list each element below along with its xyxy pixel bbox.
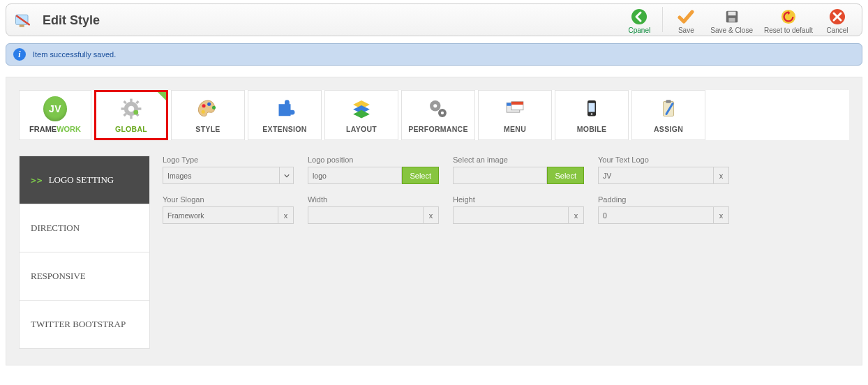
svg-rect-15 <box>135 100 139 104</box>
svg-point-18 <box>133 110 138 115</box>
svg-point-17 <box>128 106 135 112</box>
tab-menu[interactable]: MENU <box>478 90 552 140</box>
padding-clear-button[interactable]: x <box>714 206 729 224</box>
field-padding: Padding 0 x <box>598 195 729 224</box>
save-close-button[interactable]: Save & Close <box>706 7 757 34</box>
main-panel: JV FRAMEWORK GLOBAL STYLE EXTENSION <box>6 77 862 365</box>
window-icon <box>503 97 527 121</box>
tab-global[interactable]: GLOBAL <box>94 90 168 140</box>
padding-input[interactable]: 0 <box>598 206 714 224</box>
svg-point-29 <box>441 112 444 114</box>
field-width: Width x <box>308 195 439 224</box>
slogan-input[interactable]: Framework <box>163 206 278 224</box>
svg-point-36 <box>591 113 593 115</box>
info-message: Item successfully saved. <box>33 50 116 59</box>
sidebar-item-twitter-bootstrap[interactable]: TWITTER BOOTSTRAP <box>19 300 150 349</box>
field-select-image: Select an image Select <box>453 156 584 184</box>
height-input[interactable] <box>453 206 569 224</box>
svg-point-20 <box>207 103 211 106</box>
puzzle-icon <box>273 97 297 121</box>
tab-assign[interactable]: ASSIGN <box>631 90 705 140</box>
toolbar: Edit Style Cpanel Save Save & Close Re <box>6 3 862 36</box>
cancel-button[interactable]: Cancel <box>820 7 855 34</box>
svg-point-19 <box>202 104 206 107</box>
sidebar-item-logo-setting[interactable]: LOGO SETTING <box>19 156 150 204</box>
gear-icon <box>119 97 143 121</box>
reset-button[interactable]: Reset to default <box>760 7 817 34</box>
disk-icon <box>724 8 740 25</box>
svg-rect-13 <box>123 100 126 104</box>
tab-style[interactable]: STYLE <box>171 90 245 140</box>
layers-icon <box>350 97 373 121</box>
svg-rect-12 <box>137 107 141 110</box>
clipboard-icon <box>657 97 680 121</box>
svg-rect-11 <box>121 107 125 110</box>
svg-point-21 <box>212 106 216 110</box>
text-logo-input[interactable]: JV <box>598 167 714 184</box>
logo-position-select-button[interactable]: Select <box>402 167 439 184</box>
refresh-icon <box>780 8 797 25</box>
select-image-input[interactable] <box>453 167 547 184</box>
sidebar-item-direction[interactable]: DIRECTION <box>19 204 150 252</box>
page-title: Edit Style <box>43 13 100 28</box>
field-height: Height x <box>453 195 584 224</box>
svg-point-22 <box>202 110 205 114</box>
jv-logo-icon: JV <box>43 97 67 121</box>
text-logo-clear-button[interactable]: x <box>714 167 729 184</box>
edit-style-icon <box>13 11 33 31</box>
info-icon: i <box>13 48 26 61</box>
field-logo-position: Logo position logo Select <box>308 156 439 184</box>
save-button[interactable]: Save <box>668 7 703 34</box>
svg-rect-4 <box>728 12 735 16</box>
tab-mobile[interactable]: MOBILE <box>555 90 629 140</box>
palette-icon <box>196 97 220 121</box>
height-clear-button[interactable]: x <box>569 206 584 224</box>
field-slogan: Your Slogan Framework x <box>163 195 294 224</box>
logo-type-dropdown[interactable]: Images <box>163 167 294 184</box>
info-banner: i Item successfully saved. <box>6 43 862 66</box>
svg-rect-1 <box>20 24 24 27</box>
back-arrow-icon <box>631 8 648 25</box>
width-clear-button[interactable]: x <box>424 206 439 224</box>
slogan-clear-button[interactable]: x <box>278 206 294 224</box>
field-logo-type: Logo Type Images <box>163 156 294 184</box>
svg-point-27 <box>433 104 437 107</box>
checkmark-icon <box>678 8 694 25</box>
svg-point-2 <box>631 9 647 24</box>
close-icon <box>829 8 846 25</box>
svg-rect-38 <box>666 100 671 103</box>
gears-icon <box>426 97 450 121</box>
chevron-down-icon[interactable] <box>280 167 294 184</box>
cpanel-button[interactable]: Cpanel <box>622 7 657 34</box>
tab-framework[interactable]: JV FRAMEWORK <box>19 90 91 140</box>
select-image-select-button[interactable]: Select <box>547 167 584 184</box>
tab-extension[interactable]: EXTENSION <box>248 90 322 140</box>
width-input[interactable] <box>308 206 424 224</box>
svg-rect-33 <box>511 102 523 105</box>
svg-rect-10 <box>130 115 132 119</box>
sidebar-item-responsive[interactable]: RESPONSIVE <box>19 252 150 301</box>
svg-rect-9 <box>130 99 132 103</box>
mobile-icon <box>580 97 604 121</box>
form-area: Logo Type Images Logo position logo Sele… <box>163 156 849 348</box>
logo-position-input[interactable]: logo <box>308 167 402 184</box>
svg-marker-25 <box>353 110 370 119</box>
tabs-row: JV FRAMEWORK GLOBAL STYLE EXTENSION <box>19 90 849 140</box>
svg-rect-5 <box>728 18 735 22</box>
tab-framework-label: FRAMEWORK <box>29 125 81 133</box>
tab-performance[interactable]: PERFORMANCE <box>401 90 475 140</box>
settings-sidebar: LOGO SETTING DIRECTION RESPONSIVE TWITTE… <box>19 156 150 348</box>
svg-rect-35 <box>589 103 595 112</box>
field-text-logo: Your Text Logo JV x <box>598 156 729 184</box>
separator <box>662 7 663 32</box>
tab-layout[interactable]: LAYOUT <box>324 90 398 140</box>
